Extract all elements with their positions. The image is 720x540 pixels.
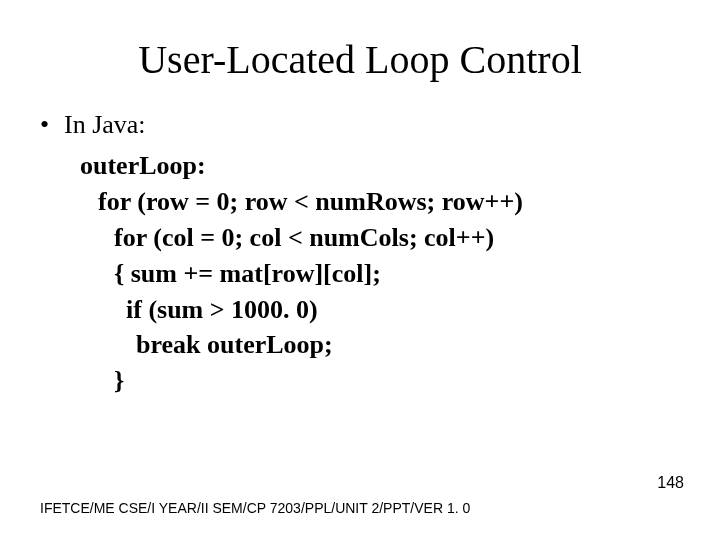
page-number: 148 (657, 474, 684, 492)
slide-body: In Java: outerLoop: for (row = 0; row < … (0, 83, 720, 399)
code-block: outerLoop: for (row = 0; row < numRows; … (80, 148, 680, 399)
bullet-item: In Java: (40, 107, 680, 142)
code-line: for (row = 0; row < numRows; row++) (80, 184, 680, 220)
code-line: for (col = 0; col < numCols; col++) (80, 220, 680, 256)
code-line: break outerLoop; (80, 327, 680, 363)
slide-title: User-Located Loop Control (0, 0, 720, 83)
code-line: } (80, 363, 680, 399)
footer-text: IFETCE/ME CSE/I YEAR/II SEM/CP 7203/PPL/… (40, 500, 470, 516)
code-line: { sum += mat[row][col]; (80, 256, 680, 292)
code-line: outerLoop: (80, 148, 680, 184)
code-line: if (sum > 1000. 0) (80, 292, 680, 328)
slide: User-Located Loop Control In Java: outer… (0, 0, 720, 540)
